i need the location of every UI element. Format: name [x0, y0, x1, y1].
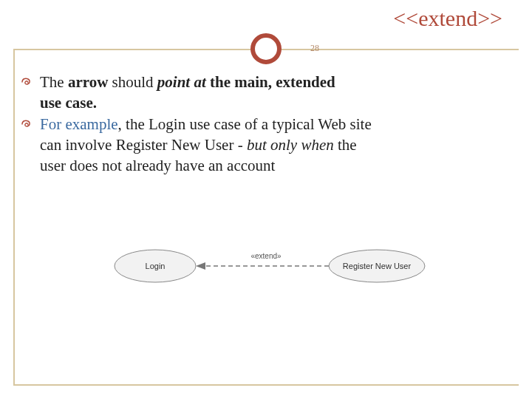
- slide-title: <<extend>>: [393, 6, 502, 31]
- content-area: The arrow should point at the main, exte…: [21, 72, 511, 177]
- divider-bottom: [13, 384, 519, 386]
- divider-left: [13, 49, 15, 386]
- text-run: the: [334, 136, 357, 154]
- ring-ornament-icon: [250, 33, 282, 64]
- usecase-register-label: Register New User: [343, 262, 412, 270]
- text-run: the main, extended: [206, 73, 335, 91]
- text-run: For example: [40, 115, 118, 133]
- slide: <<extend>> 28 The arrow should point at …: [0, 0, 532, 399]
- text-run: use case.: [40, 94, 97, 112]
- bullet-text: For example, the Login use case of a typ…: [40, 115, 511, 134]
- bullet-item: For example, the Login use case of a typ…: [21, 115, 511, 134]
- bullet-continuation: can involve Register New User - but only…: [40, 135, 511, 154]
- swirl-bullet-icon: [21, 118, 33, 130]
- bullet-continuation: user does not already have an account: [40, 156, 511, 175]
- arrowhead-icon: [196, 262, 205, 270]
- usecase-login-label: Login: [146, 262, 166, 270]
- extend-label: «extend»: [250, 252, 282, 260]
- bullet-continuation: use case.: [40, 93, 511, 112]
- text-run: , the Login use case of a typical Web si…: [118, 115, 372, 133]
- swirl-bullet-icon: [21, 76, 33, 88]
- text-run: can involve Register New User -: [40, 136, 247, 154]
- text-run: The: [40, 73, 68, 91]
- text-run: should: [108, 73, 157, 91]
- text-run: user does not already have an account: [40, 157, 275, 174]
- page-number: 28: [310, 43, 319, 54]
- bullet-item: The arrow should point at the main, exte…: [21, 72, 511, 92]
- text-run: but only when: [247, 136, 334, 154]
- text-run: point at: [157, 73, 206, 91]
- uml-diagram: Login Register New User «extend»: [0, 236, 532, 296]
- bullet-text: The arrow should point at the main, exte…: [40, 72, 511, 92]
- text-run: arrow: [68, 73, 108, 91]
